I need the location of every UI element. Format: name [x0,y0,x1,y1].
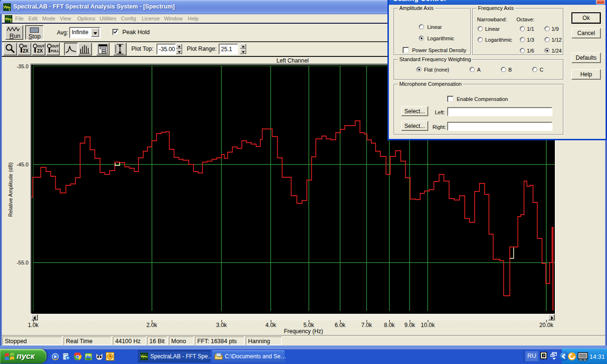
svg-text:?: ? [543,354,545,358]
svg-text:2X: 2X [23,48,29,54]
svg-text:OUT: OUT [37,45,45,48]
svg-text:OUT: OUT [52,45,59,48]
svg-text:FULL: FULL [51,49,59,53]
svg-text:2X: 2X [37,48,43,54]
svg-text:IN: IN [24,45,27,48]
